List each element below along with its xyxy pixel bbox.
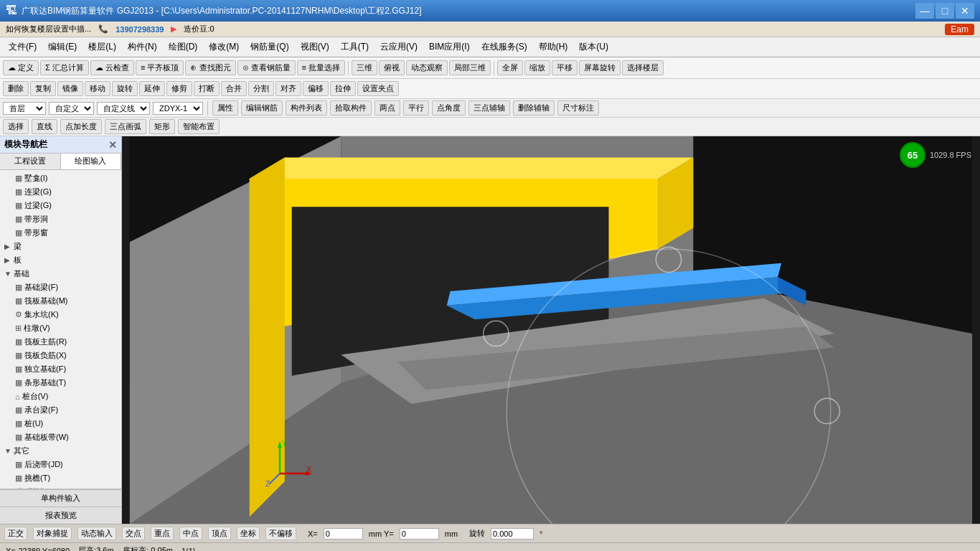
- toolbar4-btn-2[interactable]: 点加长度: [60, 119, 102, 134]
- menu-item-u[interactable]: 版本(U): [573, 39, 614, 55]
- floor-select-0[interactable]: 首层: [3, 102, 46, 115]
- toolbar2-btn-3[interactable]: 移动: [85, 81, 110, 96]
- toolbar3-btn-6[interactable]: 点角度: [432, 100, 466, 116]
- toolbar4-btn-1[interactable]: 直线: [32, 119, 57, 134]
- toolbar2-btn-12[interactable]: 拉伸: [330, 81, 356, 96]
- toolbar3-btn-4[interactable]: 两点: [374, 100, 400, 116]
- toolbar2-btn-9[interactable]: 分割: [248, 81, 274, 96]
- tree-item-2[interactable]: ▦过梁(G): [1, 199, 120, 212]
- toolbar1-btn-14[interactable]: 屏幕旋转: [579, 60, 621, 75]
- menu-item-n[interactable]: 构件(N): [122, 39, 163, 55]
- toolbar3-btn-3[interactable]: 拾取构件: [330, 100, 372, 116]
- tree-item-1[interactable]: ▦连梁(G): [1, 185, 120, 199]
- snap-mode-8[interactable]: 不偏移: [265, 527, 296, 540]
- toolbar2-btn-11[interactable]: 偏移: [303, 81, 329, 96]
- tree-item-7[interactable]: ▼基础: [1, 267, 120, 281]
- menu-item-bimi[interactable]: BIM应用(I): [423, 39, 476, 55]
- tree-item-21[interactable]: ▦后浇带(JD): [1, 458, 120, 471]
- snap-mode-2[interactable]: 动态输入: [77, 527, 116, 540]
- toolbar4-btn-4[interactable]: 矩形: [149, 119, 175, 134]
- sidebar-tab-1[interactable]: 绘图输入: [61, 154, 122, 169]
- toolbar4-btn-5[interactable]: 智能布置: [178, 119, 220, 134]
- toolbar1-btn-4[interactable]: ⊕ 查找图元: [185, 60, 235, 75]
- tree-expand-6[interactable]: ▶: [4, 256, 11, 264]
- tree-item-8[interactable]: ▦基础梁(F): [1, 281, 120, 294]
- y-input[interactable]: [400, 528, 439, 540]
- menu-item-e[interactable]: 编辑(E): [42, 39, 83, 55]
- tree-item-10[interactable]: ⚙集水坑(K): [1, 308, 120, 321]
- tree-item-15[interactable]: ▦条形基础(T): [1, 376, 120, 390]
- maximize-button[interactable]: □: [936, 3, 954, 19]
- minimize-button[interactable]: —: [915, 3, 934, 19]
- toolbar1-btn-12[interactable]: 缩放: [524, 60, 550, 75]
- menu-item-t[interactable]: 工具(T): [335, 39, 374, 55]
- tree-expand-5[interactable]: ▶: [4, 242, 11, 250]
- tree-expand-20[interactable]: ▼: [4, 447, 11, 455]
- tree-item-22[interactable]: ▦挑檐(T): [1, 471, 120, 485]
- close-button[interactable]: ✕: [956, 3, 974, 19]
- viewport[interactable]: Y X Z 65 1029.8 FPS: [122, 136, 980, 524]
- tree-item-3[interactable]: ▦带形洞: [1, 212, 120, 226]
- menu-item-v[interactable]: 云应用(V): [374, 39, 423, 55]
- toolbar1-btn-10[interactable]: 局部三维: [449, 60, 491, 75]
- toolbar1-btn-15[interactable]: 选择楼层: [622, 60, 664, 75]
- floor-select-3[interactable]: ZDYX-1: [153, 102, 203, 115]
- sidebar-tab-0[interactable]: 工程设置: [0, 154, 61, 169]
- toolbar2-btn-7[interactable]: 打断: [194, 81, 220, 96]
- toolbar1-btn-2[interactable]: ☁ 云检查: [90, 60, 134, 75]
- tree-item-0[interactable]: ▦墅龛(I): [1, 171, 120, 185]
- snap-mode-4[interactable]: 重点: [151, 527, 174, 540]
- tree-item-12[interactable]: ▦筏板主筋(R): [1, 335, 120, 349]
- toolbar2-btn-10[interactable]: 对齐: [275, 81, 301, 96]
- sidebar-footer-btn-1[interactable]: 报表预览: [0, 507, 121, 524]
- toolbar3-btn-8[interactable]: 删除辅轴: [513, 100, 555, 116]
- toolbar1-btn-7[interactable]: 三维: [352, 60, 377, 75]
- toolbar1-btn-11[interactable]: 全屏: [497, 60, 523, 75]
- toolbar2-btn-6[interactable]: 修剪: [166, 81, 192, 96]
- menu-item-l[interactable]: 楼层(L): [83, 39, 122, 55]
- toolbar1-btn-13[interactable]: 平移: [552, 60, 578, 75]
- tree-item-13[interactable]: ▦筏板负筋(X): [1, 349, 120, 362]
- tree-item-11[interactable]: ⊞柱墩(V): [1, 321, 120, 335]
- menu-item-s[interactable]: 在线服务(S): [476, 39, 533, 55]
- tree-item-4[interactable]: ▦带形窗: [1, 226, 120, 240]
- tree-expand-7[interactable]: ▼: [4, 270, 11, 278]
- snap-mode-5[interactable]: 中点: [179, 527, 202, 540]
- menu-item-q[interactable]: 钢筋量(Q): [245, 39, 294, 55]
- toolbar3-btn-0[interactable]: 属性: [212, 100, 238, 116]
- tree-item-9[interactable]: ▦筏板基础(M): [1, 294, 120, 308]
- toolbar1-btn-5[interactable]: ⊙ 查看钢筋量: [237, 60, 296, 75]
- snap-mode-6[interactable]: 顶点: [208, 527, 231, 540]
- sidebar-footer-btn-0[interactable]: 单构件输入: [0, 489, 121, 507]
- notif-arrow[interactable]: ▶: [171, 24, 176, 34]
- snap-mode-0[interactable]: 正交: [4, 527, 27, 540]
- toolbar3-btn-9[interactable]: 尺寸标注: [557, 100, 599, 116]
- toolbar2-btn-5[interactable]: 延伸: [139, 81, 165, 96]
- toolbar2-btn-1[interactable]: 复制: [30, 81, 56, 96]
- floor-select-2[interactable]: 自定义线: [97, 102, 150, 115]
- tree-item-5[interactable]: ▶梁: [1, 240, 120, 253]
- menu-item-d[interactable]: 绘图(D): [163, 39, 204, 55]
- toolbar2-btn-2[interactable]: 镜像: [57, 81, 83, 96]
- toolbar3-btn-1[interactable]: 编辑钢筋: [241, 100, 283, 116]
- toolbar1-btn-0[interactable]: ☁ 定义: [3, 60, 39, 75]
- toolbar4-btn-3[interactable]: 三点画弧: [105, 119, 146, 134]
- tree-item-20[interactable]: ▼其它: [1, 444, 120, 458]
- toolbar2-btn-8[interactable]: 合并: [221, 81, 247, 96]
- toolbar3-btn-7[interactable]: 三点辅轴: [468, 100, 510, 116]
- tree-item-18[interactable]: ▦桩(U): [1, 417, 120, 430]
- menu-item-h[interactable]: 帮助(H): [533, 39, 574, 55]
- menu-item-m[interactable]: 修改(M): [203, 39, 245, 55]
- menu-item-f[interactable]: 文件(F): [3, 39, 42, 55]
- x-input[interactable]: [324, 528, 363, 540]
- toolbar2-btn-0[interactable]: 删除: [3, 81, 29, 96]
- toolbar1-btn-6[interactable]: ≡ 批量选择: [297, 60, 345, 75]
- tree-item-17[interactable]: ▦承台梁(F): [1, 403, 120, 417]
- toolbar2-btn-13[interactable]: 设置夹点: [357, 81, 399, 96]
- rotate-input[interactable]: [491, 528, 534, 540]
- floor-select-1[interactable]: 自定义: [49, 102, 94, 115]
- menu-item-v[interactable]: 视图(V): [295, 39, 335, 55]
- toolbar1-btn-1[interactable]: Σ 汇总计算: [40, 60, 89, 75]
- snap-mode-7[interactable]: 坐标: [237, 527, 260, 540]
- snap-mode-1[interactable]: 对象捕捉: [33, 527, 72, 540]
